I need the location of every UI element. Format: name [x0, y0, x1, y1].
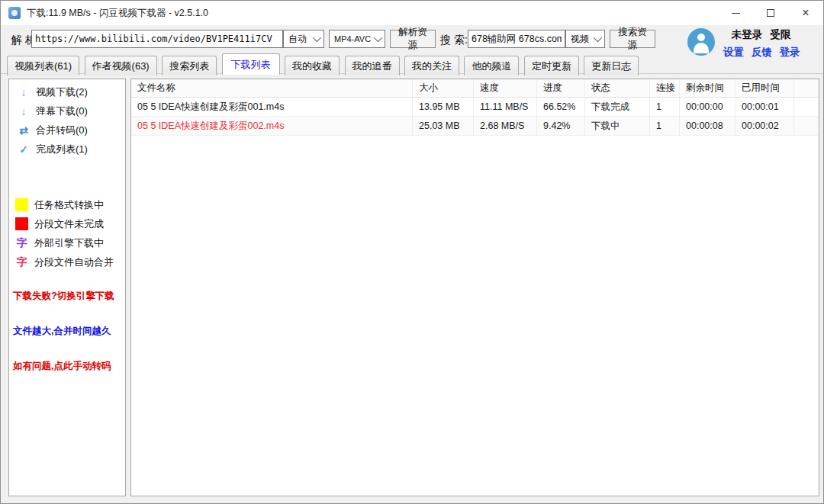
- legend-item-segment-incomplete: 分段文件未完成: [9, 214, 125, 233]
- login-link[interactable]: 登录: [780, 47, 800, 58]
- legend-label: 分段文件自动合并: [34, 255, 114, 269]
- format-select[interactable]: MP4-AVC: [329, 30, 385, 48]
- maximize-button[interactable]: [753, 1, 788, 25]
- maximize-icon: [767, 9, 774, 17]
- chevron-down-icon: [374, 34, 382, 42]
- sidebar-item-danmaku-download[interactable]: ↓ 弹幕下载(0): [9, 101, 125, 120]
- sidebar-notes: 下载失败?切换引擎下载 文件越大,合并时间越久 如有问题,点此手动转码: [9, 290, 125, 373]
- title-bar: 下载:11.9 MB/s - 闪豆视频下载器 - v2.5.1.0 ×: [1, 1, 823, 26]
- cell-connections: 1: [650, 98, 680, 116]
- app-icon: [8, 7, 21, 19]
- note-manual-transcode[interactable]: 如有问题,点此手动转码: [13, 360, 125, 373]
- mode-select[interactable]: 自动: [283, 30, 324, 48]
- mode-select-value: 自动: [288, 33, 307, 46]
- sidebar-item-merge-transcode[interactable]: ⇄ 合并转码(0): [9, 120, 125, 140]
- cell-elapsed: 00:00:02: [735, 117, 794, 135]
- tab-changelog[interactable]: 更新日志: [584, 56, 639, 75]
- legend-label: 任务格式转换中: [34, 198, 104, 212]
- tab-his-channel[interactable]: 他的频道: [464, 56, 519, 75]
- chevron-down-icon: [313, 34, 321, 42]
- sidebar-item-label: 弹幕下载(0): [36, 104, 88, 118]
- minimize-button[interactable]: [718, 1, 753, 25]
- search-label: 搜 索:: [440, 34, 468, 47]
- col-remaining[interactable]: 剩余时间: [680, 79, 735, 97]
- col-speed[interactable]: 速度: [474, 79, 537, 97]
- parse-resource-button[interactable]: 解析资源: [390, 30, 436, 48]
- legend-label: 外部引擎下载中: [34, 236, 104, 250]
- minimize-icon: [732, 13, 740, 14]
- note-switch-engine[interactable]: 下载失败?切换引擎下载: [13, 290, 125, 303]
- url-input[interactable]: [31, 30, 283, 48]
- col-size[interactable]: 大小: [413, 79, 474, 97]
- legend-item-external-engine: 字 外部引擎下载中: [9, 233, 125, 252]
- cell-filename: 05 5 IDEA快速创建及彩蛋002.m4s: [131, 117, 413, 135]
- tab-download-list[interactable]: 下载列表: [222, 53, 280, 75]
- col-status[interactable]: 状态: [585, 79, 650, 97]
- cell-speed: 11.11 MB/S: [474, 98, 537, 116]
- cell-speed: 2.68 MB/S: [474, 117, 537, 135]
- legend-label: 分段文件未完成: [34, 217, 104, 231]
- cell-remaining: 00:00:00: [680, 98, 735, 116]
- sidebar-item-completed-list[interactable]: ✓ 完成列表(1): [9, 140, 125, 159]
- cell-filler: [794, 98, 819, 116]
- tab-video-list[interactable]: 视频列表(61): [7, 56, 79, 75]
- col-elapsed[interactable]: 已用时间: [735, 79, 794, 97]
- cell-remaining: 00:00:08: [680, 117, 735, 135]
- sidebar-item-label: 完成列表(1): [36, 143, 88, 156]
- close-button[interactable]: ×: [788, 1, 823, 25]
- tab-my-follows[interactable]: 我的关注: [404, 56, 459, 75]
- cell-status: 下载完成: [585, 98, 650, 116]
- cell-elapsed: 00:00:01: [735, 98, 794, 116]
- download-icon: ↓: [17, 86, 31, 98]
- tab-my-bangumi[interactable]: 我的追番: [345, 56, 400, 75]
- tab-author-videos[interactable]: 作者视频(63): [85, 56, 157, 75]
- app-window: 下载:11.9 MB/s - 闪豆视频下载器 - v2.5.1.0 × 解 析:…: [0, 0, 824, 504]
- login-status: 未登录: [732, 29, 763, 40]
- table-header-row: 文件名称 大小 速度 进度 状态 连接 剩余时间 已用时间: [131, 79, 819, 98]
- account-text: 未登录 受限 设置 反馈 登录: [721, 28, 801, 59]
- window-title: 下载:11.9 MB/s - 闪豆视频下载器 - v2.5.1.0: [27, 7, 208, 20]
- tab-search-list[interactable]: 搜索列表: [162, 56, 217, 75]
- status-legend: 任务格式转换中 分段文件未完成 字 外部引擎下载中 字 分段文件自动合并: [9, 195, 125, 271]
- account-area: 未登录 受限 设置 反馈 登录: [687, 28, 801, 59]
- cell-filler: [794, 117, 819, 135]
- settings-link[interactable]: 设置: [723, 47, 744, 58]
- tab-my-favorites[interactable]: 我的收藏: [285, 56, 340, 75]
- feedback-link[interactable]: 反馈: [752, 47, 772, 58]
- download-list-panel: 文件名称 大小 速度 进度 状态 连接 剩余时间 已用时间 05 5 IDEA快…: [130, 79, 819, 496]
- sidebar-item-label: 合并转码(0): [36, 124, 88, 137]
- col-progress[interactable]: 进度: [537, 79, 585, 97]
- search-type-select[interactable]: 视频: [565, 30, 605, 48]
- download-icon: ↓: [17, 105, 31, 117]
- search-input[interactable]: [468, 30, 565, 48]
- chevron-down-icon: [594, 34, 602, 42]
- search-resource-button[interactable]: 搜索资源: [610, 30, 655, 48]
- sidebar-item-video-download[interactable]: ↓ 视频下载(2): [9, 82, 125, 101]
- table-row[interactable]: 05 5 IDEA快速创建及彩蛋002.m4s 25.03 MB 2.68 MB…: [131, 117, 819, 136]
- col-filename[interactable]: 文件名称: [131, 79, 413, 97]
- cell-progress: 9.42%: [537, 117, 585, 135]
- cell-filename: 05 5 IDEA快速创建及彩蛋001.m4s: [131, 98, 413, 116]
- download-table: 文件名称 大小 速度 进度 状态 连接 剩余时间 已用时间 05 5 IDEA快…: [131, 79, 819, 136]
- sidebar: ↓ 视频下载(2) ↓ 弹幕下载(0) ⇄ 合并转码(0) ✓ 完成列表(1) …: [8, 79, 126, 496]
- legend-item-auto-merge: 字 分段文件自动合并: [9, 252, 125, 271]
- red-char-icon: 字: [15, 255, 28, 269]
- red-swatch-icon: [15, 217, 28, 230]
- close-icon: ×: [802, 7, 809, 19]
- tab-scheduled-update[interactable]: 定时更新: [524, 56, 579, 75]
- transcode-icon: ⇄: [17, 124, 31, 136]
- legend-item-format-converting: 任务格式转换中: [9, 195, 125, 214]
- table-row[interactable]: 05 5 IDEA快速创建及彩蛋001.m4s 13.95 MB 11.11 M…: [131, 98, 819, 117]
- sidebar-item-label: 视频下载(2): [36, 85, 88, 99]
- cell-connections: 1: [650, 117, 680, 135]
- window-controls: ×: [718, 1, 823, 25]
- col-filler: [794, 79, 819, 97]
- cell-progress: 66.52%: [537, 98, 585, 116]
- col-connections[interactable]: 连接: [650, 79, 680, 97]
- user-avatar-icon[interactable]: [687, 28, 715, 56]
- limited-badge: 受限: [770, 29, 790, 40]
- search-type-value: 视频: [571, 33, 589, 46]
- check-icon: ✓: [17, 143, 31, 156]
- yellow-swatch-icon: [15, 198, 28, 211]
- purple-char-icon: 字: [15, 236, 28, 250]
